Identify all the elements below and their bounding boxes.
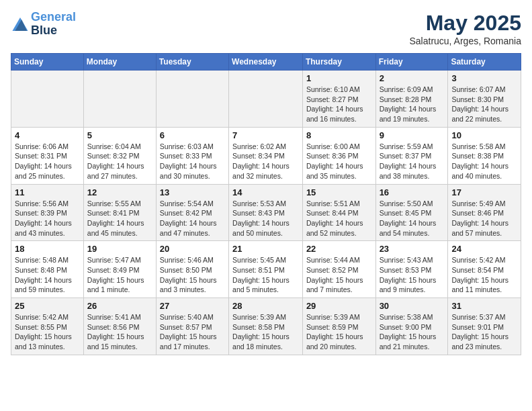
calendar-cell: 22Sunrise: 5:44 AM Sunset: 8:52 PM Dayli…	[302, 241, 375, 298]
day-info: Sunrise: 5:41 AM Sunset: 8:56 PM Dayligh…	[87, 312, 152, 352]
calendar-cell: 2Sunrise: 6:09 AM Sunset: 8:28 PM Daylig…	[375, 71, 448, 128]
day-number: 2	[380, 73, 445, 83]
calendar-cell: 12Sunrise: 5:55 AM Sunset: 8:41 PM Dayli…	[83, 184, 156, 241]
day-number: 9	[380, 130, 445, 140]
page-header: GeneralBlue May 2025 Salatrucu, Arges, R…	[11, 11, 521, 46]
day-info: Sunrise: 6:02 AM Sunset: 8:34 PM Dayligh…	[232, 142, 299, 181]
day-info: Sunrise: 5:48 AM Sunset: 8:48 PM Dayligh…	[15, 255, 80, 295]
calendar-cell: 30Sunrise: 5:38 AM Sunset: 9:00 PM Dayli…	[375, 298, 448, 355]
day-info: Sunrise: 5:56 AM Sunset: 8:39 PM Dayligh…	[15, 199, 80, 238]
day-info: Sunrise: 5:42 AM Sunset: 8:55 PM Dayligh…	[15, 312, 80, 352]
day-info: Sunrise: 5:47 AM Sunset: 8:49 PM Dayligh…	[87, 255, 152, 295]
calendar-week-row: 11Sunrise: 5:56 AM Sunset: 8:39 PM Dayli…	[11, 184, 521, 241]
calendar-cell: 13Sunrise: 5:54 AM Sunset: 8:42 PM Dayli…	[156, 184, 228, 241]
calendar-cell	[11, 71, 84, 128]
day-number: 25	[15, 301, 80, 311]
calendar-body: 1Sunrise: 6:10 AM Sunset: 8:27 PM Daylig…	[11, 71, 521, 355]
day-number: 31	[451, 301, 517, 311]
day-info: Sunrise: 5:43 AM Sunset: 8:53 PM Dayligh…	[380, 255, 445, 295]
day-number: 10	[451, 130, 517, 140]
day-of-week-header: Sunday	[11, 54, 84, 71]
day-info: Sunrise: 5:51 AM Sunset: 8:44 PM Dayligh…	[306, 199, 372, 238]
calendar-cell: 15Sunrise: 5:51 AM Sunset: 8:44 PM Dayli…	[302, 184, 375, 241]
day-number: 5	[87, 130, 152, 140]
calendar-cell: 7Sunrise: 6:02 AM Sunset: 8:34 PM Daylig…	[229, 127, 303, 184]
calendar-cell	[83, 71, 156, 128]
calendar-cell: 28Sunrise: 5:39 AM Sunset: 8:58 PM Dayli…	[229, 298, 303, 355]
day-info: Sunrise: 6:10 AM Sunset: 8:27 PM Dayligh…	[306, 85, 372, 124]
day-number: 4	[15, 130, 80, 140]
day-of-week-header: Wednesday	[229, 54, 303, 71]
calendar-cell: 8Sunrise: 6:00 AM Sunset: 8:36 PM Daylig…	[302, 127, 375, 184]
logo-icon	[12, 17, 28, 31]
day-number: 1	[306, 73, 372, 83]
day-number: 22	[306, 244, 372, 254]
location-subtitle: Salatrucu, Arges, Romania	[409, 36, 521, 46]
day-of-week-header: Saturday	[448, 54, 521, 71]
day-info: Sunrise: 5:39 AM Sunset: 8:58 PM Dayligh…	[232, 312, 299, 352]
day-number: 19	[87, 244, 152, 254]
day-info: Sunrise: 5:38 AM Sunset: 9:00 PM Dayligh…	[380, 312, 445, 352]
day-number: 12	[87, 187, 152, 197]
calendar-cell: 27Sunrise: 5:40 AM Sunset: 8:57 PM Dayli…	[156, 298, 228, 355]
day-number: 11	[15, 187, 80, 197]
day-number: 18	[15, 244, 80, 254]
calendar-cell	[156, 71, 228, 128]
day-number: 14	[232, 187, 299, 197]
day-number: 3	[451, 73, 517, 83]
calendar-cell: 25Sunrise: 5:42 AM Sunset: 8:55 PM Dayli…	[11, 298, 84, 355]
day-info: Sunrise: 5:59 AM Sunset: 8:37 PM Dayligh…	[380, 142, 445, 181]
logo: GeneralBlue	[11, 11, 76, 38]
calendar-week-row: 4Sunrise: 6:06 AM Sunset: 8:31 PM Daylig…	[11, 127, 521, 184]
calendar-week-row: 1Sunrise: 6:10 AM Sunset: 8:27 PM Daylig…	[11, 71, 521, 128]
calendar-cell: 31Sunrise: 5:37 AM Sunset: 9:01 PM Dayli…	[448, 298, 521, 355]
calendar-cell: 9Sunrise: 5:59 AM Sunset: 8:37 PM Daylig…	[375, 127, 448, 184]
day-of-week-header: Thursday	[302, 54, 375, 71]
day-info: Sunrise: 5:45 AM Sunset: 8:51 PM Dayligh…	[232, 255, 299, 295]
day-number: 8	[306, 130, 372, 140]
calendar-cell: 26Sunrise: 5:41 AM Sunset: 8:56 PM Dayli…	[83, 298, 156, 355]
day-number: 7	[232, 130, 299, 140]
day-number: 16	[380, 187, 445, 197]
day-number: 30	[380, 301, 445, 311]
day-of-week-header: Monday	[83, 54, 156, 71]
calendar-cell	[229, 71, 303, 128]
calendar-cell: 20Sunrise: 5:46 AM Sunset: 8:50 PM Dayli…	[156, 241, 228, 298]
day-info: Sunrise: 6:07 AM Sunset: 8:30 PM Dayligh…	[451, 85, 517, 124]
day-number: 28	[232, 301, 299, 311]
calendar-cell: 29Sunrise: 5:39 AM Sunset: 8:59 PM Dayli…	[302, 298, 375, 355]
day-of-week-header: Friday	[375, 54, 448, 71]
day-number: 20	[160, 244, 225, 254]
day-number: 27	[160, 301, 225, 311]
day-info: Sunrise: 5:42 AM Sunset: 8:54 PM Dayligh…	[451, 255, 517, 295]
day-info: Sunrise: 6:04 AM Sunset: 8:32 PM Dayligh…	[87, 142, 152, 181]
calendar-cell: 17Sunrise: 5:49 AM Sunset: 8:46 PM Dayli…	[448, 184, 521, 241]
day-info: Sunrise: 5:54 AM Sunset: 8:42 PM Dayligh…	[160, 199, 225, 238]
day-info: Sunrise: 5:44 AM Sunset: 8:52 PM Dayligh…	[306, 255, 372, 295]
day-info: Sunrise: 6:03 AM Sunset: 8:33 PM Dayligh…	[160, 142, 225, 181]
logo-text: GeneralBlue	[31, 11, 76, 38]
calendar-cell: 18Sunrise: 5:48 AM Sunset: 8:48 PM Dayli…	[11, 241, 84, 298]
calendar-cell: 19Sunrise: 5:47 AM Sunset: 8:49 PM Dayli…	[83, 241, 156, 298]
day-info: Sunrise: 6:06 AM Sunset: 8:31 PM Dayligh…	[15, 142, 80, 181]
calendar-table: SundayMondayTuesdayWednesdayThursdayFrid…	[11, 53, 521, 355]
calendar-cell: 24Sunrise: 5:42 AM Sunset: 8:54 PM Dayli…	[448, 241, 521, 298]
calendar-cell: 3Sunrise: 6:07 AM Sunset: 8:30 PM Daylig…	[448, 71, 521, 128]
calendar-week-row: 18Sunrise: 5:48 AM Sunset: 8:48 PM Dayli…	[11, 241, 521, 298]
calendar-cell: 10Sunrise: 5:58 AM Sunset: 8:38 PM Dayli…	[448, 127, 521, 184]
day-info: Sunrise: 5:49 AM Sunset: 8:46 PM Dayligh…	[451, 199, 517, 238]
day-info: Sunrise: 6:09 AM Sunset: 8:28 PM Dayligh…	[380, 85, 445, 124]
title-block: May 2025 Salatrucu, Arges, Romania	[409, 11, 521, 46]
calendar-week-row: 25Sunrise: 5:42 AM Sunset: 8:55 PM Dayli…	[11, 298, 521, 355]
day-number: 6	[160, 130, 225, 140]
calendar-cell: 6Sunrise: 6:03 AM Sunset: 8:33 PM Daylig…	[156, 127, 228, 184]
day-info: Sunrise: 5:39 AM Sunset: 8:59 PM Dayligh…	[306, 312, 372, 352]
day-number: 23	[380, 244, 445, 254]
calendar-cell: 16Sunrise: 5:50 AM Sunset: 8:45 PM Dayli…	[375, 184, 448, 241]
calendar-cell: 23Sunrise: 5:43 AM Sunset: 8:53 PM Dayli…	[375, 241, 448, 298]
calendar-cell: 5Sunrise: 6:04 AM Sunset: 8:32 PM Daylig…	[83, 127, 156, 184]
day-info: Sunrise: 5:50 AM Sunset: 8:45 PM Dayligh…	[380, 199, 445, 238]
month-title: May 2025	[409, 11, 521, 36]
day-info: Sunrise: 5:55 AM Sunset: 8:41 PM Dayligh…	[87, 199, 152, 238]
day-number: 24	[451, 244, 517, 254]
